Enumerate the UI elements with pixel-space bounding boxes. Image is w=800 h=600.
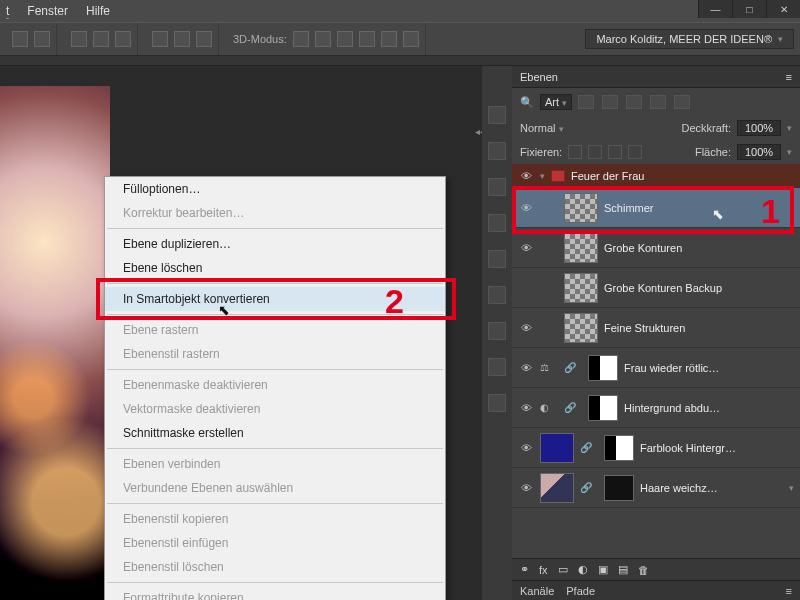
opacity-dropdown-icon[interactable]: ▾ — [787, 123, 792, 133]
layer-group[interactable]: 👁 ▾ Feuer der Frau — [512, 164, 800, 188]
layer-row[interactable]: 👁 Grobe Konturen — [512, 228, 800, 268]
layer-mask[interactable] — [604, 435, 634, 461]
layer-thumbnail[interactable] — [564, 233, 598, 263]
trash-icon[interactable]: 🗑 — [638, 564, 649, 576]
layer-row[interactable]: 👁 ⚖ 🔗 Frau wieder rötlic… — [512, 348, 800, 388]
layer-row[interactable]: 👁 🔗 Haare weichz… ▾ — [512, 468, 800, 508]
layer-thumbnail[interactable] — [540, 433, 574, 463]
blend-mode-select[interactable]: Normal ▾ — [520, 122, 630, 134]
layer-label[interactable]: Frau wieder rötlic… — [624, 362, 794, 374]
layer-row[interactable]: 👁 🔗 Farblook Hintergr… — [512, 428, 800, 468]
align-icon-2[interactable] — [34, 31, 50, 47]
opacity-value[interactable]: 100% — [737, 120, 781, 136]
fx-icon[interactable]: fx — [539, 564, 548, 576]
distribute-icon-4[interactable] — [152, 31, 168, 47]
workspace-profile-button[interactable]: Marco Kolditz, MEER DER IDEEN®▾ — [585, 29, 794, 49]
history-panel-icon[interactable] — [488, 394, 506, 412]
layers-panel-tab[interactable]: Ebenen ≡ — [512, 66, 800, 88]
mode3d-icon-5[interactable] — [381, 31, 397, 47]
layer-thumbnail[interactable] — [564, 273, 598, 303]
layer-thumbnail[interactable] — [564, 193, 598, 223]
filter-kind-icon[interactable]: 🔍 — [520, 96, 534, 109]
layer-mask[interactable] — [588, 395, 618, 421]
layer-label[interactable]: Feuer der Frau — [571, 170, 794, 182]
layer-label[interactable]: Haare weichz… — [640, 482, 783, 494]
canvas-area[interactable]: ◂◂ Fülloptionen… Korrektur bearbeiten… E… — [0, 66, 482, 600]
ctx-create-clipmask[interactable]: Schnittmaske erstellen — [105, 421, 445, 445]
channels-tab[interactable]: Kanäle — [520, 585, 554, 597]
layer-label[interactable]: Farblook Hintergr… — [640, 442, 794, 454]
align-icon-1[interactable] — [12, 31, 28, 47]
window-minimize[interactable]: — — [698, 0, 732, 18]
visibility-toggle[interactable]: 👁 — [518, 442, 534, 454]
swatches-panel-icon[interactable] — [488, 250, 506, 268]
filter-type-icon[interactable] — [626, 95, 642, 109]
filter-shape-icon[interactable] — [650, 95, 666, 109]
menu-fenster[interactable]: Fenster — [27, 4, 68, 18]
menu-hilfe[interactable]: Hilfe — [86, 4, 110, 18]
mode3d-icon-3[interactable] — [337, 31, 353, 47]
info-panel-icon[interactable] — [488, 106, 506, 124]
lock-transparency-icon[interactable] — [568, 145, 582, 159]
layer-thumbnail[interactable] — [540, 473, 574, 503]
link-layers-icon[interactable]: ⚭ — [520, 563, 529, 576]
mode3d-icon-4[interactable] — [359, 31, 375, 47]
ctx-fill-options[interactable]: Fülloptionen… — [105, 177, 445, 201]
ctx-duplicate-layer[interactable]: Ebene duplizieren… — [105, 232, 445, 256]
layer-row[interactable]: 👁 Schimmer — [512, 188, 800, 228]
group-expand-icon[interactable]: ▾ — [540, 171, 545, 181]
panel-menu-icon[interactable]: ≡ — [786, 71, 792, 83]
visibility-toggle[interactable]: 👁 — [518, 402, 534, 414]
mode3d-icon-1[interactable] — [293, 31, 309, 47]
lock-position-icon[interactable] — [608, 145, 622, 159]
fx-expand-icon[interactable]: ▾ — [789, 483, 794, 493]
visibility-toggle[interactable]: 👁 — [518, 322, 534, 334]
layer-row[interactable]: Grobe Konturen Backup — [512, 268, 800, 308]
filter-adjust-icon[interactable] — [602, 95, 618, 109]
mask-icon[interactable]: ▭ — [558, 563, 568, 576]
adjustment-new-icon[interactable]: ◐ — [578, 563, 588, 576]
distribute-icon-3[interactable] — [115, 31, 131, 47]
mode3d-icon-6[interactable] — [403, 31, 419, 47]
adjustments-panel-icon[interactable] — [488, 322, 506, 340]
layer-label[interactable]: Grobe Konturen — [604, 242, 794, 254]
character-panel-icon[interactable] — [488, 142, 506, 160]
layer-label[interactable]: Schimmer — [604, 202, 794, 214]
paths-tab[interactable]: Pfade — [566, 585, 595, 597]
visibility-toggle[interactable]: 👁 — [518, 170, 534, 182]
layer-label[interactable]: Feine Strukturen — [604, 322, 794, 334]
ctx-delete-layer[interactable]: Ebene löschen — [105, 256, 445, 280]
layer-mask[interactable] — [604, 475, 634, 501]
window-maximize[interactable]: □ — [732, 0, 766, 18]
distribute-icon-5[interactable] — [174, 31, 190, 47]
layer-label[interactable]: Hintergrund abdu… — [624, 402, 794, 414]
layer-row[interactable]: 👁 Feine Strukturen — [512, 308, 800, 348]
fill-dropdown-icon[interactable]: ▾ — [787, 147, 792, 157]
layer-new-icon[interactable]: ▤ — [618, 563, 628, 576]
mode3d-icon-2[interactable] — [315, 31, 331, 47]
color-panel-icon[interactable] — [488, 286, 506, 304]
brush-panel-icon[interactable] — [488, 214, 506, 232]
subpanel-menu-icon[interactable]: ≡ — [786, 585, 792, 597]
layer-label[interactable]: Grobe Konturen Backup — [604, 282, 794, 294]
visibility-toggle[interactable]: 👁 — [518, 362, 534, 374]
paragraph-panel-icon[interactable] — [488, 178, 506, 196]
window-close[interactable]: ✕ — [766, 0, 800, 18]
filter-smart-icon[interactable] — [674, 95, 690, 109]
layer-row[interactable]: 👁 ◐ 🔗 Hintergrund abdu… — [512, 388, 800, 428]
distribute-icon-1[interactable] — [71, 31, 87, 47]
distribute-icon-6[interactable] — [196, 31, 212, 47]
lock-all-icon[interactable] — [628, 145, 642, 159]
fill-value[interactable]: 100% — [737, 144, 781, 160]
visibility-toggle[interactable]: 👁 — [518, 482, 534, 494]
lock-pixels-icon[interactable] — [588, 145, 602, 159]
styles-panel-icon[interactable] — [488, 358, 506, 376]
filter-pixel-icon[interactable] — [578, 95, 594, 109]
visibility-toggle[interactable]: 👁 — [518, 242, 534, 254]
panel-collapse-icon[interactable]: ◂◂ — [475, 126, 482, 137]
layer-thumbnail[interactable] — [564, 313, 598, 343]
distribute-icon-2[interactable] — [93, 31, 109, 47]
layer-mask[interactable] — [588, 355, 618, 381]
filter-kind-select[interactable]: Art ▾ — [540, 94, 572, 110]
group-new-icon[interactable]: ▣ — [598, 563, 608, 576]
